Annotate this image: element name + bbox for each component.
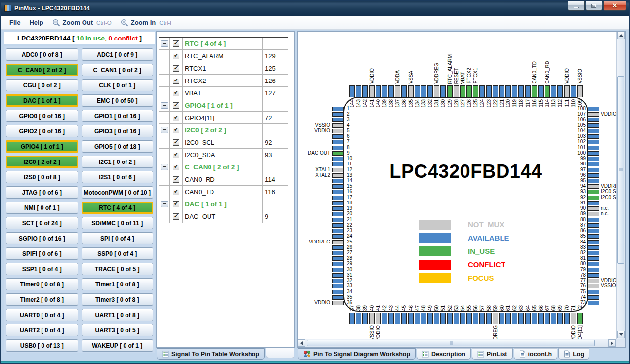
pin-107[interactable]	[588, 112, 599, 117]
peripheral-button-emc[interactable]: EMC [ 0 of 50 ]	[82, 94, 154, 107]
pin-135[interactable]	[408, 85, 414, 97]
pin-20[interactable]	[332, 212, 344, 216]
peripheral-button-ssp1[interactable]: SSP1 [ 0 of 4 ]	[6, 263, 78, 275]
pin-103[interactable]	[588, 134, 599, 139]
peripheral-button-uart2[interactable]: UART2 [ 0 of 4 ]	[6, 324, 78, 336]
menu-item-help[interactable]: Help	[25, 17, 47, 28]
pin-99[interactable]	[588, 157, 599, 161]
close-button[interactable]: ✕	[603, 1, 626, 11]
pin-112[interactable]	[557, 85, 563, 97]
menu-item-zoom-in[interactable]: Zoom InCtrl-I	[116, 17, 176, 28]
pin-109[interactable]	[577, 85, 583, 97]
pin-36[interactable]	[332, 301, 344, 305]
pin-51[interactable]	[440, 313, 446, 324]
pin-49[interactable]	[427, 313, 433, 324]
pin-113[interactable]	[551, 85, 556, 97]
peripheral-button-c-can1[interactable]: C_CAN1 [ 0 of 2 ]	[82, 64, 154, 76]
pin-35[interactable]	[332, 295, 344, 300]
pin-143[interactable]	[356, 85, 361, 97]
menu-item-zoom-out[interactable]: Zoom OutCtrl-O	[48, 17, 116, 28]
signal-checkbox[interactable]	[173, 139, 179, 146]
peripheral-button-uart1[interactable]: UART1 [ 0 of 8 ]	[82, 309, 154, 321]
pin-29[interactable]	[332, 262, 344, 266]
pin-139[interactable]	[382, 85, 387, 97]
pin-131[interactable]	[434, 85, 439, 97]
pin-62[interactable]	[512, 313, 517, 324]
pin-30[interactable]	[332, 268, 344, 272]
peripheral-button-trace[interactable]: TRACE [ 0 of 5 ]	[82, 263, 154, 275]
pin-141[interactable]	[369, 85, 375, 97]
pin-100[interactable]	[588, 151, 599, 156]
pin-16[interactable]	[332, 190, 344, 194]
signal-checkbox[interactable]	[173, 40, 179, 47]
pin-129[interactable]	[447, 85, 453, 97]
signal-checkbox[interactable]	[173, 102, 179, 109]
pin-25[interactable]	[332, 240, 344, 244]
pin-55[interactable]	[466, 313, 472, 324]
pin-110[interactable]	[571, 85, 576, 97]
scroll-left-button[interactable]	[298, 339, 305, 347]
pin-52[interactable]	[447, 313, 453, 324]
peripheral-button-adc1[interactable]: ADC1 [ 0 of 9 ]	[82, 48, 154, 61]
pin-144[interactable]	[349, 85, 355, 97]
pin-95[interactable]	[588, 179, 599, 183]
pin-73[interactable]	[588, 301, 599, 305]
peripheral-button-sd-mmc[interactable]: SD/MMC [ 0 of 11 ]	[82, 217, 154, 229]
pin-8[interactable]	[332, 146, 344, 150]
pin-3[interactable]	[332, 118, 344, 122]
signal-group-row[interactable]: C_CAN0 [ 2 of 2 ]	[159, 161, 288, 173]
pin-127[interactable]	[460, 85, 465, 97]
menu-item-file[interactable]: File	[5, 17, 25, 28]
signal-checkbox[interactable]	[173, 53, 179, 59]
pin-84[interactable]	[588, 240, 599, 244]
pin-74[interactable]	[588, 295, 599, 300]
diagram-vertical-scrollbar[interactable]	[616, 32, 625, 339]
pin-122[interactable]	[493, 85, 498, 97]
pin-142[interactable]	[362, 85, 368, 97]
pin-76[interactable]	[588, 284, 599, 288]
peripheral-button-gpio3[interactable]: GPIO3 [ 0 of 16 ]	[82, 125, 154, 137]
pin-140[interactable]	[376, 85, 381, 97]
pin-71[interactable]	[571, 313, 576, 324]
pin-83[interactable]	[588, 245, 599, 250]
pin-88[interactable]	[588, 218, 599, 222]
pin-117[interactable]	[525, 85, 531, 97]
pin-28[interactable]	[332, 256, 344, 261]
pin-39[interactable]	[362, 313, 368, 324]
scroll-down-button[interactable]	[617, 331, 625, 338]
pin-93[interactable]	[588, 190, 599, 194]
pin-101[interactable]	[588, 146, 599, 150]
pin-59[interactable]	[493, 313, 498, 324]
signal-checkbox[interactable]	[173, 90, 179, 96]
pin-23[interactable]	[332, 229, 344, 233]
diagram-horizontal-scrollbar[interactable]	[298, 339, 616, 347]
pin-86[interactable]	[588, 229, 599, 233]
signal-row[interactable]: I2C0_SCL92	[159, 136, 288, 149]
pin-21[interactable]	[332, 218, 344, 222]
minimize-button[interactable]	[568, 1, 585, 11]
pin-40[interactable]	[369, 313, 375, 324]
pin-34[interactable]	[332, 290, 344, 294]
peripheral-button-adc0[interactable]: ADC0 [ 0 of 8 ]	[6, 48, 78, 61]
pin-120[interactable]	[505, 85, 511, 97]
tab-signal-to-pin-table-workshop[interactable]: Signal To Pin Table Workshop	[157, 348, 265, 360]
peripheral-button-nmi[interactable]: NMI [ 0 of 1 ]	[6, 202, 78, 214]
pin-43[interactable]	[388, 313, 394, 324]
signal-row[interactable]: RTCX1125	[159, 62, 288, 75]
peripheral-button-gpio4[interactable]: GPIO4 [ 1 of 1 ]	[6, 140, 78, 153]
maximize-button[interactable]	[586, 1, 602, 11]
pin-78[interactable]	[588, 273, 599, 278]
pin-123[interactable]	[486, 85, 492, 97]
pin-90[interactable]	[588, 206, 599, 211]
pin-138[interactable]	[388, 85, 394, 97]
pin-66[interactable]	[538, 313, 544, 324]
pin-46[interactable]	[408, 313, 414, 324]
pin-14[interactable]	[332, 179, 344, 183]
pin-63[interactable]	[518, 313, 524, 324]
pin-1[interactable]	[332, 107, 344, 111]
pin-89[interactable]	[588, 212, 599, 216]
pin-77[interactable]	[588, 279, 599, 283]
pin-44[interactable]	[395, 313, 400, 324]
pin-126[interactable]	[466, 85, 472, 97]
pin-115[interactable]	[538, 85, 544, 97]
